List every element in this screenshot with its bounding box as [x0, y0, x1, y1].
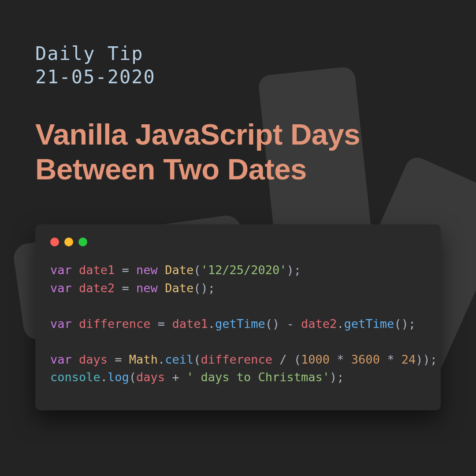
- code-token: .: [158, 353, 165, 366]
- card-content: Daily Tip 21-05-2020 Vanilla JavaScript …: [0, 0, 476, 410]
- code-token: *: [380, 353, 402, 366]
- code-token: date1: [79, 263, 115, 277]
- kicker-label: Daily Tip: [35, 42, 441, 66]
- code-token: date2: [79, 281, 115, 295]
- code-token: .: [100, 370, 108, 384]
- code-token: difference: [79, 317, 151, 331]
- code-token: getTime: [215, 317, 265, 331]
- code-token: =: [108, 353, 129, 366]
- code-token: date1: [172, 317, 208, 331]
- code-token: var: [50, 281, 72, 295]
- page-title: Vanilla JavaScript Days Between Two Date…: [35, 117, 441, 186]
- code-token: ' days to Christmas': [186, 370, 330, 384]
- code-token: *: [330, 353, 351, 366]
- code-token: console: [50, 370, 100, 384]
- code-token: ));: [416, 353, 437, 366]
- code-token: date2: [301, 317, 337, 331]
- code-token: days: [79, 353, 108, 366]
- code-token: new: [136, 281, 158, 295]
- code-token: 1000: [301, 353, 330, 366]
- code-token: getTime: [344, 317, 394, 331]
- code-window: var date1 = new Date('12/25/2020'); var …: [35, 224, 441, 410]
- code-token: (: [129, 370, 136, 384]
- code-token: .: [337, 317, 344, 331]
- code-token: );: [287, 263, 301, 277]
- code-token: 3600: [351, 353, 380, 366]
- code-token: (: [193, 353, 201, 366]
- minimize-icon: [64, 238, 73, 246]
- code-token: () -: [265, 317, 301, 331]
- code-token: new: [136, 263, 158, 277]
- kicker-date: 21-05-2020: [35, 66, 441, 89]
- code-token: log: [108, 370, 129, 384]
- code-token: var: [50, 317, 72, 331]
- close-icon: [50, 238, 59, 246]
- window-traffic-lights: [50, 238, 426, 246]
- code-token: =: [115, 263, 136, 277]
- code-token: (: [193, 263, 201, 277]
- kicker: Daily Tip 21-05-2020: [35, 42, 441, 89]
- code-token: +: [165, 370, 186, 384]
- code-token: Date: [165, 263, 193, 277]
- code-token: ceil: [165, 353, 193, 366]
- code-token: =: [151, 317, 172, 331]
- code-token: days: [136, 370, 165, 384]
- code-token: 24: [402, 353, 416, 366]
- code-token: Date: [165, 281, 193, 295]
- code-token: var: [50, 353, 72, 366]
- code-token: '12/25/2020': [201, 263, 286, 277]
- code-block: var date1 = new Date('12/25/2020'); var …: [50, 261, 426, 387]
- code-token: difference: [201, 353, 272, 366]
- code-token: .: [208, 317, 215, 331]
- code-token: ();: [193, 281, 215, 295]
- code-token: Math: [129, 353, 158, 366]
- code-token: ();: [394, 317, 416, 331]
- maximize-icon: [78, 238, 87, 246]
- code-token: =: [115, 281, 136, 295]
- code-token: );: [330, 370, 344, 384]
- code-token: var: [50, 263, 72, 277]
- code-token: / (: [272, 353, 301, 366]
